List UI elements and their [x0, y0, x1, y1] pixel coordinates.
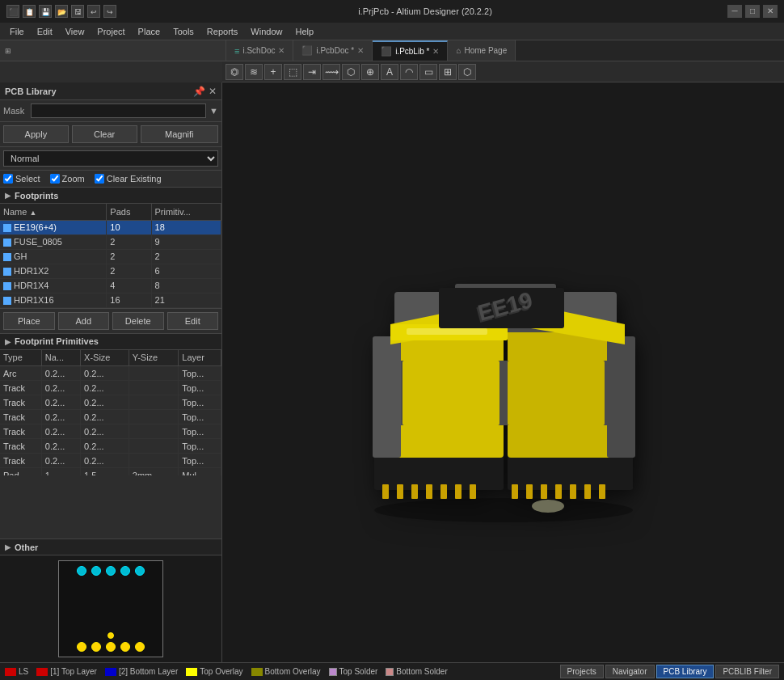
- prim-collapse-icon[interactable]: ▶: [5, 337, 11, 346]
- mask-input[interactable]: [31, 103, 206, 118]
- rule-btn[interactable]: ⟿: [322, 64, 340, 80]
- arc-btn[interactable]: ◠: [400, 64, 418, 80]
- status-layer-5[interactable]: Top Solder: [329, 667, 378, 676]
- zoom-checkbox[interactable]: [50, 174, 60, 184]
- menu-window[interactable]: Window: [244, 25, 289, 38]
- table-row[interactable]: Arc 0.2... 0.2... Top...: [0, 366, 221, 381]
- close-button[interactable]: ✕: [763, 5, 778, 18]
- prim-ysize-cell: [129, 454, 178, 468]
- layer-label-top: [1] Top Layer: [50, 667, 97, 676]
- window-controls[interactable]: ─ □ ✕: [727, 5, 778, 18]
- select-rect-btn[interactable]: ⬚: [284, 64, 301, 80]
- 3d-toolbar: ⏣ ≋ + ⬚ ⇥ ⟿ ⬡ ⊕ A ◠ ▭ ⊞ ⬡: [222, 61, 784, 82]
- table-row[interactable]: Track 0.2... 0.2... Top...: [0, 439, 221, 454]
- edit-button[interactable]: Edit: [167, 312, 219, 330]
- fp-prim-cell: 9: [151, 234, 221, 249]
- measure-btn[interactable]: ⊞: [439, 64, 457, 80]
- add-button[interactable]: Add: [58, 312, 110, 330]
- tab-schdoc-close[interactable]: ✕: [278, 46, 285, 55]
- tab-pcblib-close[interactable]: ✕: [432, 47, 439, 56]
- fp-collapse-icon[interactable]: ▶: [5, 191, 11, 200]
- table-row[interactable]: HDR1X2 2 6: [0, 264, 221, 278]
- redo-icon[interactable]: ↪: [103, 5, 116, 18]
- tab-pcblib-label: i.PcbLib *: [395, 47, 429, 56]
- tab-schdoc[interactable]: ≡ i.SchDoc ✕: [226, 40, 293, 61]
- layer-color-top: [36, 668, 48, 676]
- svg-rect-25: [607, 336, 635, 458]
- pcblib-filter-tab[interactable]: PCBLIB Filter: [715, 665, 779, 678]
- place-button[interactable]: Place: [3, 312, 55, 330]
- tab-pcblib[interactable]: ⬛ i.PcbLib * ✕: [373, 40, 448, 61]
- table-row[interactable]: HDR1X4 4 8: [0, 278, 221, 293]
- mask-dropdown-icon[interactable]: ▼: [209, 106, 218, 116]
- prim-type-cell: Track: [0, 439, 41, 454]
- apply-button[interactable]: Apply: [3, 125, 69, 143]
- panel-controls[interactable]: 📌 ✕: [193, 86, 217, 97]
- status-layer-4[interactable]: Bottom Overlay: [251, 667, 321, 676]
- clear-existing-checkbox-label[interactable]: Clear Existing: [95, 174, 162, 184]
- menu-project[interactable]: Project: [91, 25, 131, 38]
- clear-button[interactable]: Clear: [72, 125, 137, 143]
- fp-pads-cell: 16: [107, 293, 151, 307]
- table-row[interactable]: Track 0.2... 0.2... Top...: [0, 381, 221, 395]
- delete-button[interactable]: Delete: [112, 312, 164, 330]
- menu-view[interactable]: View: [59, 25, 91, 38]
- zoom-checkbox-label[interactable]: Zoom: [50, 174, 85, 184]
- pad-top-5: [135, 566, 145, 576]
- tab-home[interactable]: ⌂ Home Page: [448, 40, 516, 61]
- layer-color-top-overlay: [186, 668, 197, 676]
- rect-btn[interactable]: ▭: [419, 64, 437, 80]
- status-layer-2[interactable]: [2] Bottom Layer: [105, 667, 178, 676]
- layer-label-ls: LS: [19, 667, 28, 676]
- status-layer-6[interactable]: Bottom Solder: [386, 667, 447, 676]
- via-btn[interactable]: ⊕: [361, 64, 379, 80]
- projects-tab[interactable]: Projects: [560, 665, 604, 678]
- maximize-button[interactable]: □: [745, 5, 760, 18]
- table-row[interactable]: Pad 1 1.5... 2mm... Mul...: [0, 468, 221, 475]
- table-row[interactable]: Track 0.2... 0.2... Top...: [0, 424, 221, 439]
- navigator-tab[interactable]: Navigator: [605, 665, 655, 678]
- pad-btn[interactable]: ⬡: [342, 64, 360, 80]
- pcb-3d-view[interactable]: EE19 EE19: [222, 82, 784, 662]
- table-row[interactable]: HDR1X16 16 21: [0, 293, 221, 307]
- menu-file[interactable]: File: [3, 25, 31, 38]
- table-row[interactable]: Track 0.2... 0.2... Top...: [0, 395, 221, 410]
- select-checkbox-label[interactable]: Select: [3, 174, 40, 184]
- table-row[interactable]: GH 2 2: [0, 249, 221, 264]
- menu-place[interactable]: Place: [132, 25, 167, 38]
- table-row[interactable]: EE19(6+4) 10 18: [0, 220, 221, 234]
- text-btn[interactable]: A: [381, 64, 398, 80]
- fp-col-prim: Primitiv...: [151, 204, 221, 220]
- table-row[interactable]: Track 0.2... 0.2... Top...: [0, 454, 221, 468]
- status-layer-1[interactable]: [1] Top Layer: [36, 667, 97, 676]
- magnify-button[interactable]: Magnifi: [141, 125, 219, 143]
- add-toolbar-btn[interactable]: +: [264, 64, 282, 80]
- fp-sort-arrow[interactable]: ▲: [29, 209, 36, 217]
- filter-toolbar-btn[interactable]: ⏣: [226, 64, 243, 80]
- pcb-library-tab[interactable]: PCB Library: [656, 665, 714, 678]
- minimize-button[interactable]: ─: [727, 5, 742, 18]
- prim-name-cell: 0.2...: [41, 395, 80, 410]
- menu-edit[interactable]: Edit: [31, 25, 59, 38]
- menu-reports[interactable]: Reports: [200, 25, 245, 38]
- menu-help[interactable]: Help: [289, 25, 320, 38]
- normal-select[interactable]: Normal: [3, 150, 218, 167]
- clear-existing-checkbox[interactable]: [95, 174, 104, 184]
- net-toolbar-btn[interactable]: ≋: [245, 64, 263, 80]
- tab-pcbdoc-close[interactable]: ✕: [357, 46, 364, 55]
- table-row[interactable]: FUSE_0805 2 9: [0, 234, 221, 249]
- table-row[interactable]: Track 0.2... 0.2... Top...: [0, 410, 221, 424]
- fp-pads-cell: 10: [107, 220, 151, 234]
- prim-name-cell: 0.2...: [41, 439, 80, 454]
- undo-icon[interactable]: ↩: [87, 5, 100, 18]
- camera-btn[interactable]: ⬡: [458, 64, 476, 80]
- align-btn[interactable]: ⇥: [303, 64, 321, 80]
- panel-pin-icon[interactable]: 📌: [193, 86, 205, 97]
- tab-pcbdoc[interactable]: ⬛ i.PcbDoc * ✕: [293, 40, 373, 61]
- other-collapse-icon[interactable]: ▶: [5, 543, 11, 551]
- fp-pads-cell: 2: [107, 264, 151, 278]
- status-layer-3[interactable]: Top Overlay: [186, 667, 242, 676]
- panel-close-icon[interactable]: ✕: [209, 86, 217, 97]
- menu-tools[interactable]: Tools: [166, 25, 200, 38]
- select-checkbox[interactable]: [3, 174, 13, 184]
